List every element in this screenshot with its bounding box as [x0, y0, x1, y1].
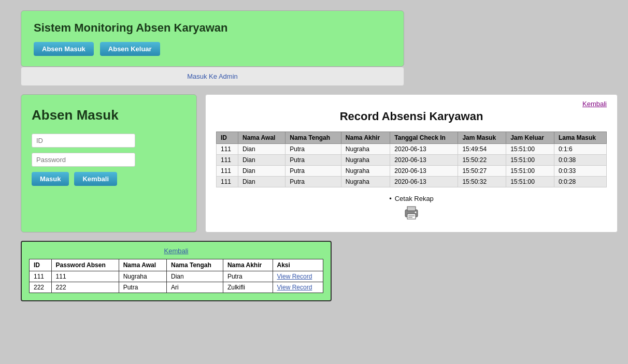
record-table-cell: 15:50:22 [458, 155, 506, 166]
admin-col-aksi: Aksi [273, 259, 323, 271]
record-table-cell: Dian [238, 155, 286, 166]
record-table-cell: Putra [286, 166, 341, 177]
col-nama-tengah: Nama Tengah [286, 132, 341, 144]
record-table-cell: 15:51:00 [506, 155, 554, 166]
col-tanggal: Tanggal Check In [390, 132, 458, 144]
record-table-cell: 0:0:38 [554, 155, 606, 166]
admin-col-nama-akhir: Nama Akhir [223, 259, 273, 271]
admin-table-header-row: ID Password Absen Nama Awal Nama Tengah … [30, 259, 323, 271]
cetak-label: • Cetak Rekap [216, 195, 607, 202]
bottom-row: Kembali ID Password Absen Nama Awal Nama… [21, 241, 618, 301]
record-table-cell: 111 [217, 166, 238, 177]
absen-masuk-button[interactable]: Absen Masuk [34, 42, 94, 56]
admin-table-cell: 111 [30, 271, 52, 282]
record-title: Record Absensi Karyawan [216, 110, 607, 123]
admin-kembali-link[interactable]: Kembali [164, 247, 189, 255]
record-table-cell: 15:50:32 [458, 177, 506, 187]
record-table-row: 111DianPutraNugraha2020-06-1315:50:3215:… [217, 177, 607, 187]
record-table-cell: 15:49:54 [458, 144, 506, 155]
printer-icon[interactable] [403, 206, 420, 220]
record-table-row: 111DianPutraNugraha2020-06-1315:49:5415:… [217, 144, 607, 155]
login-panel: Absen Masuk Masuk Kembali [21, 94, 197, 232]
col-id: ID [217, 132, 238, 144]
record-table-cell: 2020-06-13 [390, 166, 458, 177]
record-table-cell: 2020-06-13 [390, 144, 458, 155]
record-table-cell: Putra [286, 177, 341, 187]
login-title: Absen Masuk [32, 107, 186, 123]
svg-rect-3 [408, 215, 415, 216]
admin-table-cell: 222 [51, 282, 119, 293]
admin-table-cell: View Record [273, 282, 323, 293]
cetak-rekap-text: Cetak Rekap [395, 195, 434, 202]
kembali-button[interactable]: Kembali [74, 172, 117, 186]
admin-table-cell: Zulkifli [223, 282, 273, 293]
admin-table: ID Password Absen Nama Awal Nama Tengah … [29, 259, 323, 293]
admin-table-row: 222222PutraAriZulkifliView Record [30, 282, 323, 293]
top-card-buttons: Absen Masuk Absen Keluar [34, 42, 391, 56]
record-table-cell: 111 [217, 177, 238, 187]
absen-keluar-button[interactable]: Absen Keluar [100, 42, 160, 56]
record-table-cell: 0:0:28 [554, 177, 606, 187]
top-title: Sistem Monitoring Absen Karyawan [34, 21, 391, 35]
record-table: ID Nama Awal Nama Tengah Nama Akhir Tang… [216, 132, 607, 187]
admin-table-cell: 222 [30, 282, 52, 293]
admin-col-password: Password Absen [51, 259, 119, 271]
svg-rect-2 [407, 214, 416, 219]
admin-panel: Kembali ID Password Absen Nama Awal Nama… [21, 241, 332, 301]
record-table-cell: Nugraha [341, 155, 390, 166]
admin-table-cell: Ari [166, 282, 223, 293]
link-bar: Masuk Ke Admin [21, 67, 404, 86]
record-table-cell: 15:50:27 [458, 166, 506, 177]
admin-table-cell: 111 [51, 271, 119, 282]
svg-rect-1 [407, 207, 416, 211]
login-buttons: Masuk Kembali [32, 172, 186, 186]
view-record-link[interactable]: View Record [277, 284, 312, 291]
admin-col-nama-awal: Nama Awal [119, 259, 166, 271]
cetak-section: • Cetak Rekap [216, 195, 607, 222]
id-input[interactable] [32, 134, 135, 148]
svg-point-5 [415, 212, 417, 213]
record-table-cell: 15:51:00 [506, 144, 554, 155]
admin-table-cell: Dian [166, 271, 223, 282]
record-table-cell: 2020-06-13 [390, 177, 458, 187]
admin-kembali-container: Kembali [29, 247, 323, 255]
password-input[interactable] [32, 153, 135, 167]
admin-table-cell: View Record [273, 271, 323, 282]
svg-rect-4 [408, 217, 412, 218]
col-nama-awal: Nama Awal [238, 132, 286, 144]
record-table-cell: Nugraha [341, 166, 390, 177]
record-table-cell: 2020-06-13 [390, 155, 458, 166]
record-table-cell: 15:51:00 [506, 177, 554, 187]
col-lama-masuk: Lama Masuk [554, 132, 606, 144]
kembali-link-container: Kembali [216, 100, 607, 108]
record-table-cell: 111 [217, 144, 238, 155]
admin-table-cell: Nugraha [119, 271, 166, 282]
view-record-link[interactable]: View Record [277, 273, 312, 280]
admin-table-cell: Putra [119, 282, 166, 293]
record-table-cell: 15:51:00 [506, 166, 554, 177]
record-panel: Kembali Record Absensi Karyawan ID Nama … [205, 94, 618, 232]
top-card: Sistem Monitoring Absen Karyawan Absen M… [21, 10, 404, 67]
middle-row: Absen Masuk Masuk Kembali Kembali Record… [21, 94, 618, 232]
record-table-cell: Putra [286, 155, 341, 166]
masuk-button[interactable]: Masuk [32, 172, 69, 186]
kembali-link[interactable]: Kembali [582, 100, 607, 108]
col-jam-masuk: Jam Masuk [458, 132, 506, 144]
record-table-header-row: ID Nama Awal Nama Tengah Nama Akhir Tang… [217, 132, 607, 144]
col-nama-akhir: Nama Akhir [341, 132, 390, 144]
record-table-cell: Putra [286, 144, 341, 155]
bullet-icon: • [389, 195, 392, 202]
printer-container[interactable] [216, 206, 607, 222]
record-table-cell: Dian [238, 177, 286, 187]
admin-table-row: 111111NugrahaDianPutraView Record [30, 271, 323, 282]
record-table-row: 111DianPutraNugraha2020-06-1315:50:2215:… [217, 155, 607, 166]
col-jam-keluar: Jam Keluar [506, 132, 554, 144]
record-table-cell: 111 [217, 155, 238, 166]
record-table-cell: Dian [238, 144, 286, 155]
admin-table-cell: Putra [223, 271, 273, 282]
masuk-ke-admin-link[interactable]: Masuk Ke Admin [187, 72, 238, 80]
record-table-cell: 0:1:6 [554, 144, 606, 155]
record-table-cell: Nugraha [341, 144, 390, 155]
record-table-row: 111DianPutraNugraha2020-06-1315:50:2715:… [217, 166, 607, 177]
admin-col-id: ID [30, 259, 52, 271]
